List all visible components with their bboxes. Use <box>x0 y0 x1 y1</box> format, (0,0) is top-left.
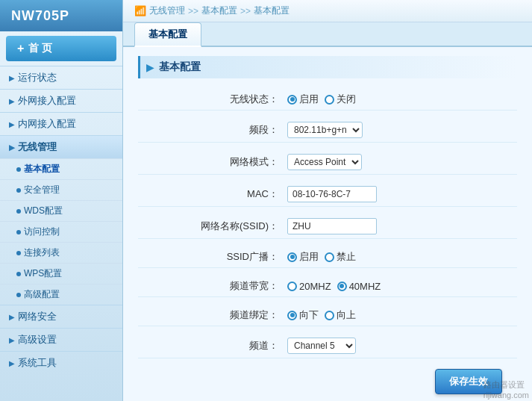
sidebar-item-wps-config[interactable]: WPS配置 <box>0 263 122 284</box>
arrow-icon: ▶ <box>9 336 15 344</box>
mac-label: MAC： <box>138 187 287 201</box>
ssid-label: 网络名称(SSID)： <box>138 220 287 233</box>
subsection-label: 高级配置 <box>24 288 60 301</box>
wireless-status-off-radio[interactable] <box>325 95 334 105</box>
wireless-status-control: 启用 关闭 <box>287 93 356 106</box>
channel-bw-control: 20MHZ 40MHZ <box>287 281 381 292</box>
dot-icon <box>16 272 21 276</box>
sidebar-item-basic-config[interactable]: 基本配置 <box>0 158 122 179</box>
wireless-status-on-label: 启用 <box>299 93 319 106</box>
subsection-label: 安全管理 <box>24 184 60 196</box>
wireless-status-on-option[interactable]: 启用 <box>287 93 319 106</box>
arrow-icon: ▶ <box>9 143 15 152</box>
arrow-icon: ▶ <box>9 97 15 105</box>
sidebar-item-advanced-config[interactable]: 高级配置 <box>0 284 122 305</box>
sidebar-item-run-status[interactable]: ▶ 运行状态 <box>0 66 122 89</box>
subsection-label: WDS配置 <box>24 205 63 217</box>
sidebar-item-advanced[interactable]: ▶ 高级设置 <box>0 328 122 351</box>
sidebar-item-wan-config[interactable]: ▶ 外网接入配置 <box>0 89 122 112</box>
ssid-input[interactable] <box>287 218 377 234</box>
save-button[interactable]: 保存生效 <box>435 369 502 394</box>
sidebar-item-lan-config[interactable]: ▶ 内网接入配置 <box>0 112 122 135</box>
sidebar-section-label: 高级设置 <box>18 333 57 346</box>
channel-bind-up-option[interactable]: 向上 <box>325 308 356 322</box>
ssid-broadcast-off-option[interactable]: 禁止 <box>325 250 356 264</box>
ssid-broadcast-on-option[interactable]: 启用 <box>287 250 319 264</box>
section-header: ▶ 基本配置 <box>138 56 517 78</box>
channel-bind-label: 频道绑定： <box>138 308 287 322</box>
subsection-label: WPS配置 <box>24 267 62 280</box>
tab-bar: 基本配置 <box>123 22 532 47</box>
channel-bw-40-option[interactable]: 40MHZ <box>337 281 381 292</box>
channel-bind-control: 向下 向上 <box>287 308 356 322</box>
channel-bw-row: 频道带宽： 20MHZ 40MHZ <box>138 276 517 297</box>
sidebar-item-connection-list[interactable]: 连接列表 <box>0 242 122 263</box>
dot-icon <box>16 230 21 234</box>
channel-label: 频道： <box>138 339 287 352</box>
band-select[interactable]: 802.11b+g+n 802.11b+g 802.11n 802.11g <box>287 122 363 138</box>
breadcrumb-sep1: >> <box>188 6 198 16</box>
breadcrumb-part2: 基本配置 <box>201 4 237 17</box>
subsection-label: 连接列表 <box>24 246 60 259</box>
wireless-status-off-option[interactable]: 关闭 <box>325 93 356 106</box>
ssid-row: 网络名称(SSID)： <box>138 214 517 239</box>
channel-bw-20-option[interactable]: 20MHZ <box>287 281 331 292</box>
sidebar-section-label: 无线管理 <box>18 140 57 154</box>
wireless-status-row: 无线状态： 启用 关闭 <box>138 89 517 111</box>
channel-control: Channel 1 Channel 2 Channel 3 Channel 4 … <box>287 338 356 354</box>
mac-input[interactable] <box>287 186 377 202</box>
sidebar-item-sys-tools[interactable]: ▶ 系统工具 <box>0 351 122 374</box>
tab-basic-config[interactable]: 基本配置 <box>134 22 201 47</box>
ssid-broadcast-on-label: 启用 <box>299 250 319 264</box>
content-panel: ▶ 基本配置 无线状态： 启用 关闭 频段： 802.11b+g <box>123 47 532 401</box>
breadcrumb-part1: 无线管理 <box>149 4 185 17</box>
network-mode-row: 网络模式： Access Point WDS WDS+AP <box>138 150 517 175</box>
sidebar-item-net-security[interactable]: ▶ 网络安全 <box>0 305 122 328</box>
sidebar-section-label: 内网接入配置 <box>18 117 76 131</box>
ssid-broadcast-label: SSID广播： <box>138 250 287 264</box>
plus-icon: + <box>17 42 24 55</box>
channel-bw-20-radio[interactable] <box>287 282 297 291</box>
network-mode-label: 网络模式： <box>138 155 287 169</box>
arrow-icon: ▶ <box>9 74 15 82</box>
wifi-icon: 📶 <box>134 5 146 16</box>
breadcrumb: 📶 无线管理 >> 基本配置 >> 基本配置 <box>123 0 532 22</box>
ssid-broadcast-off-radio[interactable] <box>325 252 334 262</box>
channel-bw-label: 频道带宽： <box>138 279 287 293</box>
sidebar-item-wds-config[interactable]: WDS配置 <box>0 200 122 221</box>
breadcrumb-part3: 基本配置 <box>254 4 290 17</box>
channel-bind-down-radio[interactable] <box>287 311 297 320</box>
main-content: 📶 无线管理 >> 基本配置 >> 基本配置 基本配置 ▶ 基本配置 无线状态：… <box>123 0 532 401</box>
channel-bw-40-label: 40MHZ <box>349 281 381 292</box>
mac-control <box>287 186 377 202</box>
breadcrumb-sep2: >> <box>240 6 251 16</box>
dot-icon <box>16 293 21 297</box>
band-control: 802.11b+g+n 802.11b+g 802.11n 802.11g <box>287 122 363 138</box>
wireless-status-off-label: 关闭 <box>337 93 356 106</box>
channel-bw-20-label: 20MHZ <box>299 281 331 292</box>
home-button[interactable]: + 首 页 <box>6 36 116 61</box>
sidebar-item-security-mgmt[interactable]: 安全管理 <box>0 179 122 200</box>
mac-row: MAC： <box>138 182 517 207</box>
channel-select[interactable]: Channel 1 Channel 2 Channel 3 Channel 4 … <box>287 338 356 354</box>
save-row: 保存生效 <box>138 369 517 394</box>
network-mode-control: Access Point WDS WDS+AP <box>287 154 362 170</box>
arrow-icon: ▶ <box>9 120 15 128</box>
network-mode-select[interactable]: Access Point WDS WDS+AP <box>287 154 362 170</box>
wireless-status-on-radio[interactable] <box>287 95 297 105</box>
ssid-broadcast-off-label: 禁止 <box>337 250 356 264</box>
band-row: 频段： 802.11b+g+n 802.11b+g 802.11n 802.11… <box>138 118 517 143</box>
subsection-label: 访问控制 <box>24 226 60 238</box>
sidebar: NW705P + 首 页 ▶ 运行状态 ▶ 外网接入配置 ▶ 内网接入配置 ▶ … <box>0 0 123 401</box>
sidebar-item-access-control[interactable]: 访问控制 <box>0 221 122 242</box>
channel-bind-up-radio[interactable] <box>325 311 334 320</box>
wireless-status-label: 无线状态： <box>138 93 287 106</box>
channel-bind-down-option[interactable]: 向下 <box>287 308 319 322</box>
channel-bind-row: 频道绑定： 向下 向上 <box>138 305 517 326</box>
dot-icon <box>16 167 21 172</box>
section-title: 基本配置 <box>159 60 201 74</box>
ssid-broadcast-on-radio[interactable] <box>287 252 297 262</box>
sidebar-section-label: 运行状态 <box>18 71 57 84</box>
channel-bw-40-radio[interactable] <box>337 282 347 291</box>
sidebar-item-wireless[interactable]: ▶ 无线管理 <box>0 135 122 158</box>
